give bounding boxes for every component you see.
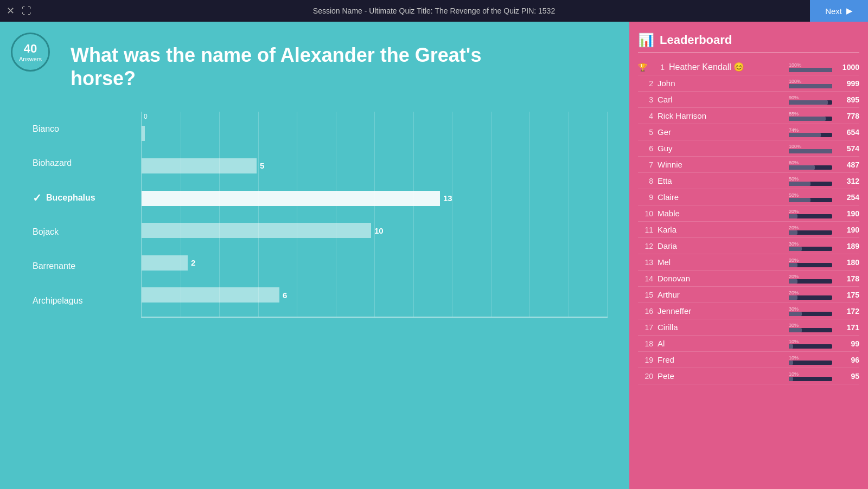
answer-labels: BiancoBiohazard✓BucephalusBojackBarrenan… [33, 112, 130, 318]
lb-bar-container-19: 10% [789, 355, 832, 365]
lb-name-7: Winnie [658, 160, 784, 169]
lb-rank-11: 11 [638, 226, 653, 234]
lb-rank-15: 15 [638, 291, 653, 299]
bar-row-3: 10 [142, 218, 608, 242]
main-content: 40 Answers What was the name of Alexande… [0, 22, 868, 489]
lb-rank-16: 16 [638, 307, 653, 316]
leaderboard-panel: 📊 Leaderboard 🏆1Heather Kendall 😊100%100… [629, 22, 868, 489]
lb-rank-3: 3 [638, 95, 653, 104]
lb-score-8: 312 [837, 177, 859, 185]
lb-score-6: 574 [837, 144, 859, 153]
lb-row-20: 20Pete10%95 [638, 368, 859, 384]
lb-score-13: 180 [837, 258, 859, 267]
lb-rank-8: 8 [638, 177, 653, 185]
lb-row-18: 18Al10%99 [638, 336, 859, 352]
lb-rank-18: 18 [638, 339, 653, 348]
lb-score-19: 96 [837, 356, 859, 364]
lb-row-8: 8Etta50%312 [638, 173, 859, 189]
lb-score-14: 178 [837, 274, 859, 283]
lb-bar-container-8: 50% [789, 176, 832, 186]
lb-rank-19: 19 [638, 356, 653, 364]
lb-bar-container-10: 20% [789, 208, 832, 218]
answers-count: 40 [24, 42, 37, 56]
lb-bar-container-14: 20% [789, 273, 832, 284]
lb-name-9: Claire [658, 192, 784, 202]
close-button[interactable]: ✕ [7, 5, 15, 17]
lb-score-12: 189 [837, 242, 859, 250]
leaderboard-header: 📊 Leaderboard [638, 33, 859, 53]
lb-rank-2: 2 [638, 79, 653, 88]
bar-row-4: 2 [142, 251, 608, 275]
lb-row-3: 3Carl90%895 [638, 92, 859, 108]
lb-score-1: 1000 [837, 63, 859, 72]
next-arrow-icon: ▶ [846, 6, 853, 16]
lb-row-17: 17Cirilla30%171 [638, 319, 859, 336]
answer-label-5: Archipelagus [33, 287, 130, 314]
lb-rank-17: 17 [638, 323, 653, 332]
lb-score-10: 190 [837, 209, 859, 218]
lb-bar-container-18: 10% [789, 338, 832, 349]
lb-bar-container-6: 100% [789, 143, 832, 153]
lb-name-1: Heather Kendall 😊 [669, 62, 784, 72]
answer-label-0: Bianco [33, 115, 130, 143]
bar-1 [142, 158, 257, 173]
lb-bar-container-13: 20% [789, 257, 832, 267]
lb-row-1: 🏆1Heather Kendall 😊100%1000 [638, 59, 859, 75]
answer-label-3: Bojack [33, 218, 130, 246]
lb-row-13: 13Mel20%180 [638, 254, 859, 271]
lb-name-14: Donovan [658, 274, 784, 283]
lb-name-18: Al [658, 339, 784, 348]
lb-bar-container-3: 90% [789, 94, 832, 105]
bar-3 [142, 223, 371, 238]
trophy-icon: 🏆 [638, 63, 647, 72]
lb-name-20: Pete [658, 371, 784, 381]
lb-row-2: 2John100%999 [638, 75, 859, 92]
chart-container: BiancoBiohazard✓BucephalusBojackBarrenan… [22, 112, 608, 318]
lb-row-14: 14Donovan20%178 [638, 271, 859, 287]
lb-name-8: Etta [658, 176, 784, 185]
lb-name-11: Karla [658, 225, 784, 234]
lb-bar-container-20: 10% [789, 371, 832, 381]
lb-rank-12: 12 [638, 242, 653, 250]
leaderboard-icon: 📊 [638, 33, 654, 48]
answers-label: Answers [19, 56, 42, 62]
answer-label-1: Biohazard [33, 150, 130, 177]
lb-bar-container-9: 50% [789, 192, 832, 202]
bar-4 [142, 255, 188, 271]
lb-bar-container-7: 60% [789, 159, 832, 170]
next-button[interactable]: Next ▶ [810, 0, 868, 22]
bar-2 [142, 191, 440, 206]
lb-score-11: 190 [837, 226, 859, 234]
lb-score-2: 999 [837, 79, 859, 88]
lb-score-16: 172 [837, 307, 859, 316]
lb-row-6: 6Guy100%574 [638, 140, 859, 157]
lb-score-5: 654 [837, 128, 859, 137]
expand-button[interactable]: ⛶ [22, 5, 31, 17]
bar-0 [142, 126, 145, 141]
lb-row-15: 15Arthur20%175 [638, 287, 859, 303]
lb-bar-container-16: 30% [789, 306, 832, 316]
lb-score-3: 895 [837, 95, 859, 104]
lb-bar-container-12: 30% [789, 241, 832, 251]
lb-score-15: 175 [837, 291, 859, 299]
lb-row-10: 10Mable20%190 [638, 205, 859, 222]
lb-name-3: Carl [658, 95, 784, 104]
lb-rank-9: 9 [638, 193, 653, 202]
question-text: What was the name of Alexander the Great… [71, 43, 505, 90]
lb-score-9: 254 [837, 193, 859, 202]
checkmark-icon: ✓ [33, 191, 42, 204]
lb-name-12: Daria [658, 241, 784, 250]
lb-name-4: Rick Harrison [658, 111, 784, 120]
lb-name-13: Mel [658, 258, 784, 267]
bar-row-2: 13 [142, 186, 608, 210]
lb-rank-6: 6 [638, 144, 653, 153]
lb-score-18: 99 [837, 339, 859, 348]
lb-score-7: 487 [837, 160, 859, 169]
leaderboard-title: Leaderboard [660, 33, 732, 47]
lb-rank-1: 1 [649, 63, 665, 72]
lb-row-16: 16Jenneffer30%172 [638, 303, 859, 319]
lb-row-5: 5Ger74%654 [638, 124, 859, 140]
chart-bars: 5131026 [142, 112, 608, 317]
lb-bar-container-1: 100% [789, 62, 832, 72]
bar-row-1: 5 [142, 154, 608, 178]
